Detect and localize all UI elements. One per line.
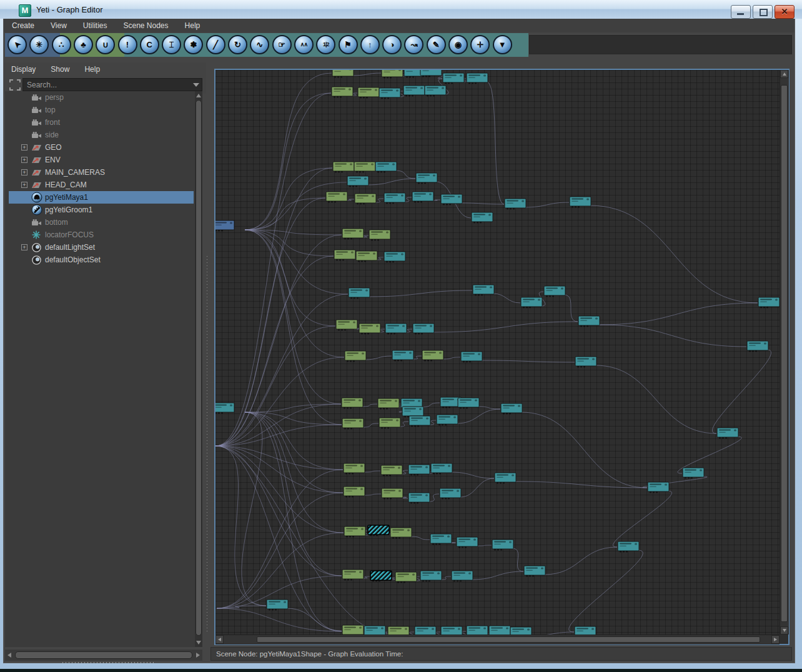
- funnel-icon[interactable]: ▼: [493, 35, 512, 54]
- graph-node[interactable]: [467, 73, 488, 84]
- graph-node[interactable]: [544, 286, 565, 297]
- graph-node[interactable]: [215, 220, 234, 232]
- outliner-hscroll-thumb[interactable]: [15, 651, 192, 659]
- graph-node[interactable]: [457, 537, 478, 548]
- graph-node[interactable]: [395, 572, 417, 583]
- graph-node[interactable]: [441, 626, 462, 635]
- graph-node[interactable]: [358, 87, 379, 99]
- warning-exclaim-icon[interactable]: !: [118, 35, 137, 54]
- graph-scroll-down-button[interactable]: [780, 626, 788, 635]
- graph-node[interactable]: [332, 87, 353, 98]
- graph-node[interactable]: [683, 468, 704, 479]
- graph-node[interactable]: [747, 341, 768, 352]
- outliner-tree[interactable]: persptopfrontside+GEO+ENV+MAIN_CAMERAS+H…: [5, 91, 195, 647]
- graph-node[interactable]: [332, 70, 354, 78]
- tree-item-defaultlightset[interactable]: +defaultLightSet: [5, 241, 195, 254]
- graph-node[interactable]: [408, 493, 430, 504]
- panel-resize-handle[interactable]: [62, 662, 156, 663]
- scroll-up-icon[interactable]: [196, 94, 201, 97]
- graph-node[interactable]: [392, 350, 413, 362]
- graph-node[interactable]: [379, 418, 400, 429]
- tree-item-bottom[interactable]: bottom: [5, 216, 195, 229]
- graph-node[interactable]: [344, 487, 365, 498]
- grow-leaf-icon[interactable]: ♣: [74, 35, 93, 54]
- graph-node[interactable]: [336, 320, 357, 331]
- graph-node[interactable]: [492, 540, 513, 551]
- refresh-icon[interactable]: ↻: [228, 35, 247, 54]
- tree-item-top[interactable]: top: [5, 104, 195, 116]
- graph-node[interactable]: [390, 528, 412, 539]
- search-input[interactable]: [22, 78, 202, 91]
- graph-node[interactable]: [364, 626, 385, 635]
- graph-node[interactable]: [415, 626, 436, 635]
- graph-node[interactable]: [369, 230, 390, 241]
- graph-node[interactable]: [440, 488, 461, 500]
- graph-node[interactable]: [648, 482, 669, 493]
- scatter-dots-icon[interactable]: ∴: [52, 35, 71, 54]
- graph-node[interactable]: [473, 285, 494, 296]
- graph-node[interactable]: [384, 252, 405, 263]
- graph-node[interactable]: [378, 398, 399, 410]
- graph-node[interactable]: [416, 173, 437, 184]
- graph-node[interactable]: [458, 398, 479, 409]
- graph-node[interactable]: [505, 199, 526, 210]
- panel-menu-display[interactable]: Display: [4, 62, 43, 76]
- expand-toggle[interactable]: +: [21, 182, 27, 188]
- graph-node[interactable]: [431, 463, 452, 475]
- menu-help[interactable]: Help: [177, 19, 209, 32]
- graph-node[interactable]: [326, 192, 347, 203]
- moon-phase-icon[interactable]: ◑: [382, 35, 402, 54]
- graph-node[interactable]: [385, 324, 407, 335]
- graph-node[interactable]: [403, 86, 425, 97]
- one-two-toggle-icon[interactable]: 1|2: [316, 35, 335, 54]
- graph-node[interactable]: [368, 525, 389, 536]
- graph-node[interactable]: [382, 70, 403, 79]
- comb-icon[interactable]: ╱: [206, 35, 225, 54]
- pen-icon[interactable]: ✎: [427, 35, 446, 54]
- graph-node[interactable]: [345, 351, 366, 362]
- graph-node[interactable]: [575, 357, 597, 368]
- jagged-graph-icon[interactable]: ∧∧: [294, 35, 314, 54]
- scroll-right-icon[interactable]: [196, 653, 200, 658]
- graph-node[interactable]: [344, 526, 365, 538]
- close-button[interactable]: ✕: [775, 5, 795, 19]
- graph-node[interactable]: [430, 534, 452, 545]
- graph-node[interactable]: [425, 86, 446, 97]
- graph-node[interactable]: [412, 192, 433, 203]
- graph-hscrollbar[interactable]: [215, 635, 780, 645]
- minimize-button[interactable]: [731, 5, 751, 19]
- graph-node[interactable]: [717, 428, 738, 439]
- graph-node[interactable]: [333, 162, 354, 173]
- menu-utilities[interactable]: Utilities: [75, 19, 116, 32]
- graph-node[interactable]: [342, 570, 364, 581]
- graph-node[interactable]: [342, 625, 364, 635]
- tree-item-pgyetigroom1[interactable]: pgYetiGroom1: [5, 204, 195, 216]
- graph-node[interactable]: [349, 288, 370, 299]
- graph-node[interactable]: [524, 566, 545, 577]
- tree-item-main-cameras[interactable]: +MAIN_CAMERAS: [5, 166, 195, 179]
- scroll-down-icon[interactable]: [196, 641, 201, 645]
- panel-menu-help[interactable]: Help: [77, 62, 107, 76]
- graph-scroll-right-button[interactable]: [771, 635, 780, 644]
- graph-node[interactable]: [375, 162, 397, 173]
- graph-node[interactable]: [618, 541, 639, 553]
- outliner-hscrollbar[interactable]: [5, 650, 202, 661]
- graph-node[interactable]: [384, 193, 405, 204]
- graph-node[interactable]: [467, 626, 488, 635]
- graph-node[interactable]: [334, 250, 355, 261]
- graph-node[interactable]: [382, 488, 403, 500]
- graph-scroll-up-button[interactable]: [780, 70, 788, 78]
- graph-node[interactable]: [452, 571, 473, 582]
- expand-toggle[interactable]: +: [21, 157, 27, 163]
- scroll-left-icon[interactable]: [7, 653, 11, 658]
- graph-vscroll-thumb[interactable]: [781, 85, 788, 622]
- graph-node[interactable]: [267, 600, 288, 611]
- tree-item-geo[interactable]: +GEO: [5, 141, 195, 154]
- graph-node[interactable]: [409, 416, 430, 427]
- signpost-icon[interactable]: ⚑: [339, 35, 358, 54]
- graph-node[interactable]: [370, 571, 392, 582]
- graph-scroll-left-button[interactable]: [215, 635, 224, 644]
- menu-view[interactable]: View: [42, 19, 75, 32]
- expand-toggle[interactable]: +: [21, 144, 27, 151]
- tree-item-front[interactable]: front: [5, 116, 195, 129]
